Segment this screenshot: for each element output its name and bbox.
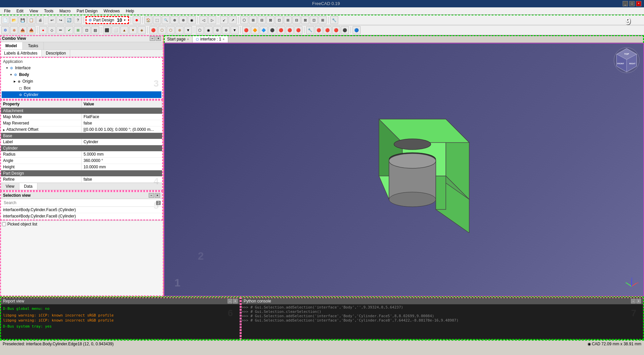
feat-btn-1[interactable]: 🔴 [149, 26, 157, 34]
python-console-close[interactable]: × [636, 299, 641, 303]
nav-cube[interactable]: TOP FRONT RIGHT [613, 47, 640, 74]
feat-btn-4[interactable]: ⊕ [175, 26, 183, 34]
menu-macro[interactable]: Macro [57, 8, 73, 14]
pd-btn-2[interactable]: ⊕ [10, 26, 18, 34]
tab-start-page[interactable]: Start page × [164, 36, 192, 42]
feat-btn-2[interactable]: ⬡ [158, 26, 166, 34]
extra-btn-8[interactable]: 🔴 [294, 26, 302, 34]
tree-item-cylinder[interactable]: ⚙ Cylinder [2, 91, 161, 98]
save-copy-button[interactable]: 📋 [27, 16, 35, 24]
menu-help[interactable]: Help [123, 8, 137, 14]
solid-btn-5[interactable]: ◈ [138, 26, 146, 34]
combo-view-close-2[interactable]: × [156, 36, 161, 41]
feat-btn-5[interactable]: ▼ [184, 26, 192, 34]
window-controls[interactable]: _ □ × [623, 1, 641, 6]
close-button[interactable]: × [636, 1, 641, 6]
extra-btn-9[interactable]: 🔧 [306, 26, 314, 34]
view-btn-6[interactable]: ◉ [188, 16, 196, 24]
pd-btn-3[interactable]: 📤 [19, 26, 27, 34]
open-button[interactable]: 📂 [10, 16, 18, 24]
mod-btn-3[interactable]: ⊗ [213, 26, 221, 34]
sketch-btn-4[interactable]: ✔ [65, 26, 73, 34]
sketch-btn-3[interactable]: ✏ [56, 26, 65, 34]
mod-btn-1[interactable]: ⬡ [196, 26, 204, 34]
python-console-min[interactable]: − [631, 299, 636, 303]
prop-row-attoffset[interactable]: ▶Attachment Offset [(0.00 0.00 1.00); 0.… [1, 126, 162, 133]
extra-btn-2[interactable]: 🔴 [242, 26, 250, 34]
new-button[interactable]: 📄 [1, 16, 9, 24]
combo-view-close-1[interactable]: − [150, 36, 155, 41]
menu-part-design[interactable]: Part Design [74, 8, 100, 14]
refresh-button[interactable]: 🔄 [65, 16, 73, 24]
tab-tasks[interactable]: Tasks [23, 42, 44, 50]
solid-btn-2[interactable]: ⬜ [112, 26, 120, 34]
mod-btn-4[interactable]: ⊕ [222, 26, 230, 34]
minimize-button[interactable]: _ [623, 1, 628, 6]
print-button[interactable]: 🖨 [36, 16, 44, 24]
report-view-controls[interactable]: − × [228, 299, 238, 303]
maximize-button[interactable]: □ [629, 1, 635, 6]
prop-row-mapmode[interactable]: Map Mode FlatFace [1, 114, 162, 120]
extra-btn-7[interactable]: 🔴 [286, 26, 294, 34]
view-btn-4[interactable]: ⊕ [170, 16, 178, 24]
extra-btn-11[interactable]: 🔴 [324, 26, 332, 34]
mod-btn-5[interactable]: ▼ [231, 26, 239, 34]
combo-view-controls[interactable]: − × [150, 36, 161, 41]
menu-view[interactable]: View [27, 8, 41, 14]
view-btn-2[interactable]: ⬚ [153, 16, 161, 24]
extra-btn-14[interactable]: 🔵 [353, 26, 361, 34]
view-btn-5[interactable]: ⊗ [179, 16, 187, 24]
pd-btn-1[interactable]: ⚙ [1, 26, 9, 34]
view3d-btn-6[interactable]: ⊞ [284, 16, 292, 24]
sel-view-controls[interactable]: − × [149, 193, 160, 198]
view3d-btn-7[interactable]: ⊟ [292, 16, 300, 24]
view3d-btn-5[interactable]: ⊡ [275, 16, 283, 24]
sub-tab-description[interactable]: Description [42, 50, 70, 57]
pd-btn-4[interactable]: 📥 [27, 26, 35, 34]
nav-btn-2[interactable]: ▷ [208, 16, 216, 24]
tab-view[interactable]: View [1, 183, 19, 190]
solid-btn-1[interactable]: ⬛ [103, 26, 111, 34]
view3d-btn-4[interactable]: ⊠ [266, 16, 274, 24]
tab-data[interactable]: Data [19, 183, 37, 190]
mod-btn-2[interactable]: ◉ [205, 26, 213, 34]
tree-item-interface[interactable]: ▼ ⚙ Interface [2, 65, 161, 71]
sketch-btn-2[interactable]: ◇ [48, 26, 56, 34]
3d-viewport[interactable]: 1 2 TOP FRONT RIGHT [164, 43, 644, 296]
tree-item-body[interactable]: ▼ ⚙ Body [2, 71, 161, 78]
undo-button[interactable]: ↩ [48, 16, 56, 24]
nav-btn-1[interactable]: ◁ [200, 16, 208, 24]
view3d-btn-9[interactable]: ⊡ [310, 16, 318, 24]
extra-btn-12[interactable]: 🔴 [332, 26, 340, 34]
prop-row-radius[interactable]: Radius 5.0000 mm [1, 151, 162, 158]
tree-item-origin[interactable]: ▶ ⊕ Origin [2, 78, 161, 85]
redo-button[interactable]: ↪ [56, 16, 65, 24]
sketch-btn-1[interactable]: ● [39, 26, 47, 34]
nav-btn-3[interactable]: ↙ [220, 16, 228, 24]
prop-row-label[interactable]: Label Cylinder [1, 139, 162, 145]
view-btn-3[interactable]: 🔍 [162, 16, 170, 24]
view3d-btn-2[interactable]: ⊞ [249, 16, 257, 24]
report-view-close[interactable]: × [233, 299, 238, 303]
extra-btn-1[interactable]: 🔧 [330, 16, 338, 24]
prop-row-maprev[interactable]: Map Reversed false [1, 120, 162, 126]
nav-btn-4[interactable]: ↗ [229, 16, 237, 24]
sel-item-1[interactable]: interface#Body.Cylinder.Face5 (Cylinder) [1, 207, 162, 213]
picked-checkbox[interactable] [2, 222, 6, 226]
sub-tab-labels[interactable]: Labels & Attributes [0, 50, 42, 57]
tab-start-close[interactable]: × [187, 37, 189, 41]
view-btn-1[interactable]: 🏠 [144, 16, 152, 24]
workbench-selector[interactable]: ⚙ Part Design 10 ▼ [86, 16, 129, 24]
extra-btn-3[interactable]: 🔶 [251, 26, 259, 34]
tab-interface[interactable]: ⬡ interface : 1 × [192, 36, 228, 42]
view3d-btn-10[interactable]: ⊞ [318, 16, 327, 24]
view3d-btn-8[interactable]: ⊠ [301, 16, 309, 24]
view3d-btn-3[interactable]: ⊟ [258, 16, 266, 24]
feat-btn-3[interactable]: ⬡ [167, 26, 175, 34]
prop-row-height[interactable]: Height 10.0000 mm [1, 164, 162, 170]
extra-btn-6[interactable]: 🔴 [277, 26, 285, 34]
extra-btn-10[interactable]: 🔴 [315, 26, 323, 34]
view3d-btn-1[interactable]: ⬡ [240, 16, 248, 24]
prop-row-angle[interactable]: Angle 360.0000 ° [1, 158, 162, 164]
menu-edit[interactable]: Edit [14, 8, 26, 14]
